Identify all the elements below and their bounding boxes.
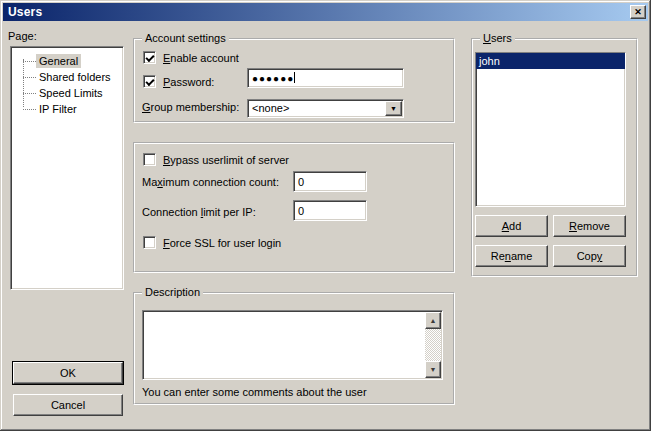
chevron-down-icon: ▼ <box>390 105 397 112</box>
description-hint: You can enter some comments about the us… <box>142 386 367 398</box>
close-icon: ✕ <box>634 8 642 17</box>
tree-item-label[interactable]: IP Filter <box>36 102 80 116</box>
title-bar[interactable]: Users <box>3 3 648 21</box>
scroll-down-button[interactable]: ▼ <box>425 361 441 378</box>
account-settings-title: Account settings <box>142 32 229 44</box>
tree-connector <box>23 61 36 62</box>
connections-per-ip-value: 0 <box>298 205 304 217</box>
page-tree: General Shared folders Speed Limits IP F… <box>10 46 124 290</box>
arrow-up-icon: ▲ <box>430 317 437 324</box>
force-ssl-label[interactable]: Force SSL for user login <box>163 237 281 249</box>
tree-item-general[interactable]: General <box>11 53 123 69</box>
group-membership-label: Group membership: <box>142 101 239 113</box>
max-connections-value: 0 <box>298 176 304 188</box>
arrow-down-icon: ▼ <box>430 366 437 373</box>
connections-per-ip-input[interactable]: 0 <box>293 200 367 221</box>
user-list-item[interactable]: john <box>476 53 625 69</box>
password-input[interactable]: ●●●●●● <box>247 68 404 88</box>
users-listbox[interactable]: john <box>475 52 626 207</box>
users-dialog: Users ✕ Page: General Shared folders Spe… <box>0 0 651 431</box>
max-connections-label: Maximum connection count: <box>142 176 279 188</box>
tree-item-label[interactable]: Speed Limits <box>36 86 106 100</box>
force-ssl-checkbox[interactable] <box>143 236 156 249</box>
tree-item-speed-limits[interactable]: Speed Limits <box>11 85 123 101</box>
tree-item-label[interactable]: General <box>36 54 81 68</box>
add-user-button[interactable]: Add <box>475 215 548 237</box>
remove-user-button[interactable]: Remove <box>553 215 626 237</box>
users-group-title: Users <box>480 32 515 44</box>
password-checkbox[interactable] <box>143 75 156 88</box>
description-scrollbar[interactable]: ▲ ▼ <box>425 312 441 378</box>
enable-account-label[interactable]: Enable account <box>163 52 239 64</box>
connections-per-ip-label: Connection limit per IP: <box>142 206 256 218</box>
enable-account-checkbox[interactable] <box>143 51 156 64</box>
rename-user-button[interactable]: Rename <box>475 245 548 267</box>
bypass-userlimit-label[interactable]: Bypass userlimit of server <box>163 154 289 166</box>
tree-connector <box>23 93 36 94</box>
dropdown-button[interactable]: ▼ <box>385 101 402 116</box>
group-membership-value: <none> <box>252 102 289 114</box>
ok-button[interactable]: OK <box>13 362 123 384</box>
group-membership-select[interactable]: <none> ▼ <box>247 99 404 118</box>
scroll-up-button[interactable]: ▲ <box>425 312 441 329</box>
tree-item-ip-filter[interactable]: IP Filter <box>11 101 123 117</box>
tree-item-shared-folders[interactable]: Shared folders <box>11 69 123 85</box>
tree-connector <box>23 109 36 110</box>
password-value: ●●●●●● <box>252 73 294 84</box>
max-connections-input[interactable]: 0 <box>293 171 367 192</box>
tree-item-label[interactable]: Shared folders <box>36 70 114 84</box>
bypass-userlimit-checkbox[interactable] <box>143 153 156 166</box>
description-title: Description <box>142 286 203 298</box>
copy-user-button[interactable]: Copy <box>553 245 626 267</box>
page-list-label: Page: <box>8 30 37 42</box>
password-label[interactable]: Password: <box>163 76 214 88</box>
tree-connector <box>23 77 36 78</box>
window-title: Users <box>8 5 42 19</box>
close-button[interactable]: ✕ <box>630 5 646 19</box>
cancel-button[interactable]: Cancel <box>13 394 123 416</box>
text-caret <box>294 72 295 83</box>
description-textarea[interactable]: ▲ ▼ <box>142 310 443 380</box>
